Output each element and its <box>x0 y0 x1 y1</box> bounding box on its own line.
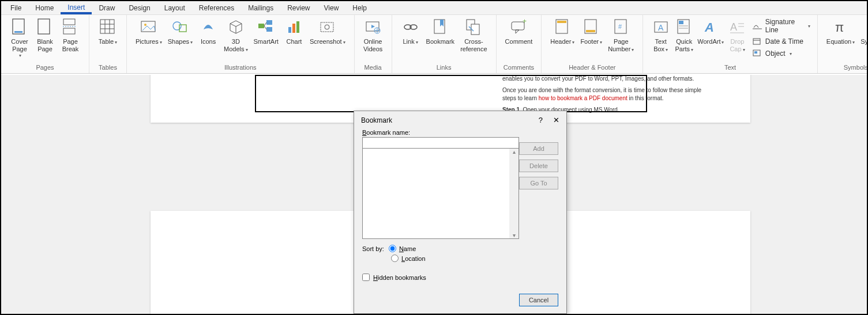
menu-mailings[interactable]: Mailings <box>241 2 280 14</box>
pi-icon: π <box>831 17 851 37</box>
smartart-button[interactable]: SmartArt <box>251 16 281 47</box>
footer-button[interactable]: Footer▾ <box>577 16 605 47</box>
bookmark-name-label: ookmark name: <box>366 129 410 136</box>
svg-rect-20 <box>266 20 272 25</box>
smartart-icon <box>256 17 276 37</box>
blank-page-icon <box>35 17 55 37</box>
page-break-button[interactable]: PageBreak <box>58 16 83 54</box>
shapes-button[interactable]: Shapes▾ <box>165 16 196 47</box>
bookmark-list[interactable]: ▴▾ <box>362 148 519 239</box>
group-label-text: Text <box>649 63 811 73</box>
datetime-button[interactable]: Date & Time <box>751 36 811 47</box>
svg-rect-3 <box>63 19 75 25</box>
svg-rect-54 <box>679 28 688 29</box>
chart-button[interactable]: Chart <box>281 16 307 47</box>
dropcap-button[interactable]: A DropCap▾ <box>726 16 749 55</box>
svg-rect-1 <box>14 31 22 33</box>
svg-rect-2 <box>38 19 50 34</box>
page-number-button[interactable]: # PageNumber▾ <box>605 16 637 55</box>
svg-text:A: A <box>704 20 714 35</box>
textbox-icon: A <box>651 17 671 37</box>
menu-layout[interactable]: Layout <box>157 2 192 14</box>
svg-line-23 <box>264 26 266 29</box>
menu-draw[interactable]: Draw <box>92 2 122 14</box>
svg-marker-41 <box>516 30 519 33</box>
menu-view[interactable]: View <box>317 2 346 14</box>
svg-point-12 <box>144 24 146 26</box>
delete-button[interactable]: Delete <box>519 160 558 172</box>
wordart-icon: A <box>701 17 720 37</box>
3d-models-button[interactable]: 3DModels▾ <box>221 16 250 55</box>
bookmark-name-input[interactable] <box>362 137 519 149</box>
menu-references[interactable]: References <box>192 2 241 14</box>
page-number-icon: # <box>611 17 631 37</box>
svg-line-16 <box>230 24 236 26</box>
svg-rect-39 <box>471 24 479 35</box>
close-button[interactable]: ✕ <box>553 116 559 124</box>
icons-button[interactable]: Icons <box>196 16 221 47</box>
group-media: OnlineVideos Media <box>355 15 392 73</box>
group-links: Link▾ Bookmark Cross-reference Links <box>392 15 497 73</box>
wordart-button[interactable]: A WordArt▾ <box>696 16 726 47</box>
group-tables: Table▾ Tables <box>89 15 127 73</box>
screenshot-icon <box>318 17 337 37</box>
screenshot-button[interactable]: Screenshot▾ <box>307 16 348 47</box>
signature-line-button[interactable]: Signature Line▾ <box>751 17 811 35</box>
icons-icon <box>198 17 218 37</box>
goto-button[interactable]: Go To <box>519 177 558 189</box>
svg-text:#: # <box>618 23 622 30</box>
hidden-bookmarks-checkbox[interactable] <box>362 274 370 281</box>
svg-line-22 <box>264 22 266 26</box>
add-button[interactable]: Add <box>519 142 558 155</box>
sortby-label: Sort by: <box>362 245 384 252</box>
online-videos-button[interactable]: OnlineVideos <box>360 16 386 54</box>
menu-help[interactable]: Help <box>345 2 374 14</box>
table-button[interactable]: Table▾ <box>95 16 121 47</box>
group-label-media: Media <box>360 63 386 73</box>
svg-text:A: A <box>658 23 664 32</box>
cover-page-button[interactable]: CoverPage▾ <box>7 16 32 59</box>
menu-review[interactable]: Review <box>280 2 317 14</box>
symbol-button[interactable]: Ω Symbol▾ <box>858 16 868 47</box>
menu-bar: File Home Insert Draw Design Layout Refe… <box>1 1 867 15</box>
svg-rect-24 <box>288 27 291 33</box>
bookmark-button[interactable]: Bookmark <box>423 16 458 47</box>
sort-name-radio[interactable]: Name <box>389 245 416 252</box>
svg-rect-64 <box>754 51 757 54</box>
sort-location-radio[interactable]: Location <box>391 255 426 262</box>
group-label-headerfooter: Header & Footer <box>547 63 637 73</box>
blank-page-button[interactable]: BlankPage <box>32 16 58 54</box>
svg-point-28 <box>325 25 329 29</box>
help-button[interactable]: ? <box>539 116 543 124</box>
cancel-button[interactable]: Cancel <box>519 294 558 306</box>
pictures-button[interactable]: Pictures▾ <box>133 16 165 47</box>
textbox-button[interactable]: A TextBox▾ <box>649 16 672 55</box>
menu-design[interactable]: Design <box>122 2 157 14</box>
comment-icon: + <box>509 17 528 37</box>
scrollbar[interactable]: ▴▾ <box>509 149 518 238</box>
svg-rect-27 <box>321 22 333 32</box>
cross-reference-button[interactable]: Cross-reference <box>457 16 490 54</box>
header-button[interactable]: Header▾ <box>547 16 577 47</box>
group-illustrations: Pictures▾ Shapes▾ Icons 3DModels▾ SmartA… <box>127 15 355 73</box>
equation-button[interactable]: π Equation▾ <box>824 16 858 47</box>
object-button[interactable]: Object▾ <box>751 48 811 59</box>
footer-icon <box>581 17 601 37</box>
svg-rect-46 <box>586 30 595 32</box>
comment-button[interactable]: + Comment <box>502 16 536 47</box>
image-frame[interactable] <box>255 75 647 112</box>
svg-rect-52 <box>679 21 683 24</box>
menu-insert[interactable]: Insert <box>61 2 92 14</box>
quickparts-button[interactable]: QuickParts▾ <box>672 16 696 55</box>
bookmark-icon <box>430 17 450 37</box>
link-button[interactable]: Link▾ <box>398 16 423 47</box>
page-break-icon <box>61 17 80 37</box>
quickparts-icon <box>674 17 694 37</box>
dropcap-icon: A <box>727 17 747 37</box>
link-icon <box>401 17 420 37</box>
omega-icon: Ω <box>863 17 868 37</box>
group-label-symbols: Symbols <box>824 63 868 73</box>
menu-home[interactable]: Home <box>28 2 61 14</box>
svg-rect-26 <box>296 21 299 33</box>
menu-file[interactable]: File <box>3 2 28 14</box>
